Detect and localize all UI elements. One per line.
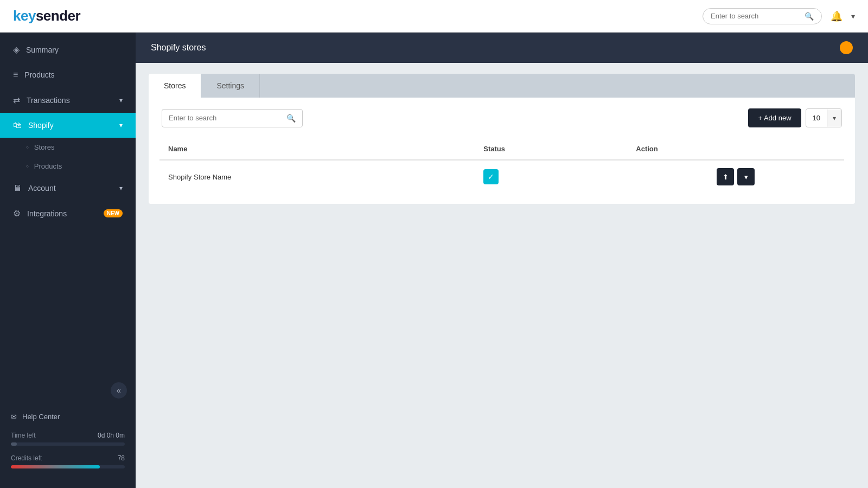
products-icon: ≡ bbox=[13, 70, 18, 80]
table-search-box[interactable]: 🔍 bbox=[162, 109, 303, 127]
time-progress-bar-bg bbox=[11, 442, 125, 446]
upload-icon: ⬆ bbox=[723, 173, 729, 181]
search-icon: 🔍 bbox=[286, 114, 296, 123]
transactions-icon: ⇄ bbox=[13, 95, 20, 105]
store-status-cell: ✓ bbox=[475, 160, 627, 193]
sidebar-item-label: Transactions bbox=[27, 96, 113, 105]
time-left-value: 0d 0h 0m bbox=[98, 432, 125, 439]
chevron-down-icon: ▾ bbox=[744, 173, 748, 181]
status-check-icon: ✓ bbox=[483, 169, 499, 184]
main-layout: ◈ Summary ≡ Products ⇄ Transactions ▾ 🛍 … bbox=[0, 33, 868, 488]
tab-settings-label: Settings bbox=[216, 81, 244, 90]
collapse-section: « bbox=[0, 377, 136, 404]
toolbar-right: + Add new 10 ▾ bbox=[748, 108, 842, 127]
sidebar-subitem-label: Products bbox=[34, 162, 62, 170]
notification-bell-icon[interactable]: 🔔 bbox=[831, 10, 843, 22]
col-header-action: Action bbox=[627, 138, 844, 160]
credits-left-row: Credits left 78 bbox=[11, 454, 125, 462]
dropdown-button[interactable]: ▾ bbox=[737, 168, 755, 185]
header-search-bar[interactable]: 🔍 bbox=[703, 8, 822, 24]
table-row: Shopify Store Name ✓ ⬆ ▾ bbox=[159, 160, 844, 193]
per-page-dropdown-icon[interactable]: ▾ bbox=[827, 110, 841, 127]
search-icon: 🔍 bbox=[805, 12, 814, 21]
sidebar-item-label: Integrations bbox=[27, 209, 97, 218]
store-action-cell: ⬆ ▾ bbox=[627, 160, 844, 193]
logo: keysender bbox=[13, 8, 80, 24]
user-menu-chevron-icon[interactable]: ▾ bbox=[851, 12, 855, 21]
header-search-input[interactable] bbox=[711, 12, 805, 20]
sidebar-item-transactions[interactable]: ⇄ Transactions ▾ bbox=[0, 87, 136, 113]
top-header: keysender 🔍 🔔 ▾ bbox=[0, 0, 868, 33]
credits-progress-bar-bg bbox=[11, 465, 125, 468]
credits-progress-bar-fill bbox=[11, 465, 100, 468]
table-header-row: Name Status Action bbox=[159, 138, 844, 160]
help-center-item[interactable]: ✉ Help Center bbox=[11, 413, 125, 421]
sidebar-subitem-stores[interactable]: ○ Stores bbox=[0, 138, 136, 157]
toolbar: 🔍 + Add new 10 ▾ bbox=[149, 98, 855, 138]
collapse-button[interactable]: « bbox=[111, 382, 127, 399]
sub-dot-icon: ○ bbox=[26, 145, 29, 150]
main-card: Stores Settings 🔍 + Add new bbox=[149, 74, 855, 204]
tab-stores-label: Stores bbox=[164, 81, 186, 90]
page-title: Shopify stores bbox=[151, 43, 206, 53]
summary-icon: ◈ bbox=[13, 44, 20, 55]
sidebar-item-account[interactable]: 🖥 Account ▾ bbox=[0, 176, 136, 201]
logo-sender: sender bbox=[36, 8, 80, 24]
sidebar-item-summary[interactable]: ◈ Summary bbox=[0, 37, 136, 62]
sidebar-nav: ◈ Summary ≡ Products ⇄ Transactions ▾ 🛍 … bbox=[0, 33, 136, 377]
add-new-button[interactable]: + Add new bbox=[748, 108, 801, 127]
sidebar-item-label: Summary bbox=[26, 46, 123, 54]
credits-left-label: Credits left bbox=[11, 454, 42, 462]
chevron-down-icon: ▾ bbox=[119, 121, 123, 129]
page-header-bar: Shopify stores bbox=[136, 33, 868, 63]
col-header-status: Status bbox=[475, 138, 627, 160]
sidebar-item-label: Products bbox=[24, 70, 123, 79]
upload-button[interactable]: ⬆ bbox=[717, 168, 734, 185]
time-progress-bar-fill bbox=[11, 442, 17, 446]
tabs-bar: Stores Settings bbox=[149, 74, 855, 98]
help-center-label: Help Center bbox=[22, 413, 60, 421]
per-page-value: 10 bbox=[806, 109, 827, 127]
sidebar-item-label: Shopify bbox=[28, 121, 113, 130]
sidebar-item-label: Account bbox=[28, 184, 113, 192]
stores-table: Name Status Action Shopify Store Name ✓ bbox=[159, 138, 844, 193]
tab-stores[interactable]: Stores bbox=[149, 74, 201, 98]
table-search-input[interactable] bbox=[169, 114, 286, 122]
sidebar-item-products[interactable]: ≡ Products bbox=[0, 62, 136, 87]
header-right: 🔍 🔔 ▾ bbox=[703, 8, 855, 24]
sidebar-footer: ✉ Help Center Time left 0d 0h 0m Credits… bbox=[0, 404, 136, 488]
per-page-select[interactable]: 10 ▾ bbox=[806, 108, 842, 127]
shopify-icon: 🛍 bbox=[13, 120, 22, 130]
main-content: Shopify stores Stores Settings bbox=[136, 33, 868, 488]
sidebar-item-integrations[interactable]: ⚙ Integrations NEW bbox=[0, 201, 136, 226]
store-name-cell: Shopify Store Name bbox=[159, 160, 475, 193]
sidebar-subitem-label: Stores bbox=[34, 143, 55, 151]
time-left-section: Time left 0d 0h 0m bbox=[11, 432, 125, 446]
chevron-down-icon: ▾ bbox=[119, 184, 123, 192]
sub-dot-icon: ○ bbox=[26, 164, 29, 169]
sidebar-item-shopify[interactable]: 🛍 Shopify ▾ bbox=[0, 113, 136, 138]
credits-left-section: Credits left 78 bbox=[11, 454, 125, 468]
logo-key: key bbox=[13, 8, 36, 24]
help-icon: ✉ bbox=[11, 413, 17, 421]
new-badge: NEW bbox=[104, 209, 123, 217]
content-area: Stores Settings 🔍 + Add new bbox=[136, 63, 868, 488]
tab-settings[interactable]: Settings bbox=[201, 74, 260, 98]
sidebar: ◈ Summary ≡ Products ⇄ Transactions ▾ 🛍 … bbox=[0, 33, 136, 488]
time-left-row: Time left 0d 0h 0m bbox=[11, 432, 125, 439]
credits-left-value: 78 bbox=[118, 454, 125, 462]
add-new-label: + Add new bbox=[758, 114, 791, 122]
status-indicator bbox=[840, 41, 853, 54]
sidebar-subitem-products[interactable]: ○ Products bbox=[0, 157, 136, 176]
action-buttons: ⬆ ▾ bbox=[636, 168, 835, 185]
integrations-icon: ⚙ bbox=[13, 208, 21, 219]
col-header-name: Name bbox=[159, 138, 475, 160]
chevron-down-icon: ▾ bbox=[119, 97, 123, 104]
account-icon: 🖥 bbox=[13, 183, 22, 193]
time-left-label: Time left bbox=[11, 432, 36, 439]
